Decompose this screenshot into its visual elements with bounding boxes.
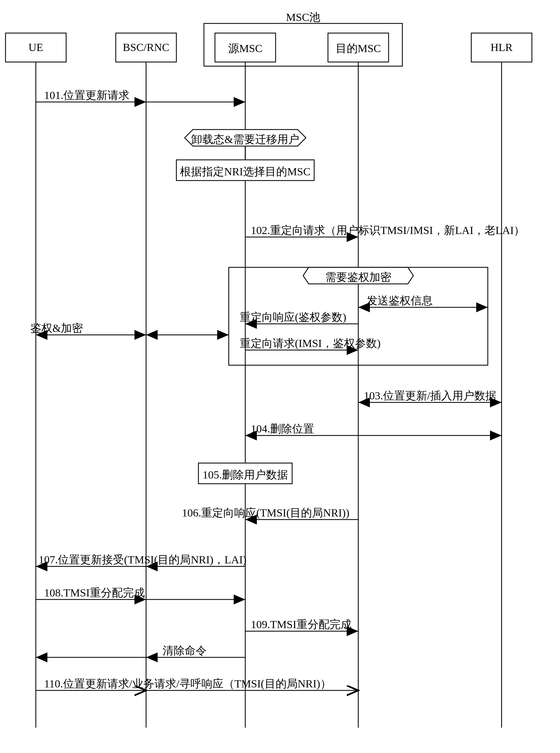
- note-105: 105.删除用户数据: [203, 467, 288, 482]
- actor-ue-label: UE: [28, 41, 43, 54]
- msg-redir-req-imsi: 重定向请求(IMSI，鉴权参数): [240, 336, 381, 351]
- actor-dst-msc-label: 目的MSC: [336, 41, 381, 56]
- msg-106: 106.重定向响应(TMSI(目的局NRI)): [182, 505, 349, 520]
- msg-110: 110.位置更新请求/业务请求/寻呼响应（TMSI(目的局NRI)）: [44, 676, 331, 691]
- msg-send-auth: 发送鉴权信息: [366, 293, 433, 308]
- msg-clear: 清除命令: [163, 643, 207, 658]
- diagram-svg: [0, 0, 560, 753]
- msg-auth-enc: 鉴权&加密: [30, 320, 83, 336]
- sequence-diagram: MSC池 UE BSC/RNC 源MSC 目的MSC HLR 101.位置更新请…: [0, 0, 560, 753]
- pool-label: MSC池: [286, 9, 321, 25]
- msg-109: 109.TMSI重分配完成: [251, 617, 352, 632]
- msg-101: 101.位置更新请求: [44, 88, 129, 103]
- msg-107: 107.位置更新接受(TMSI(目的局NRI)，LAI): [39, 552, 246, 567]
- msg-redir-resp-auth: 重定向响应(鉴权参数): [240, 310, 346, 325]
- note-unload: 卸载态&需要迁移用户: [191, 132, 299, 147]
- note-need-auth: 需要鉴权加密: [325, 270, 391, 285]
- actor-src-msc-label: 源MSC: [228, 41, 263, 56]
- actor-bsc-label: BSC/RNC: [123, 41, 169, 54]
- note-nri: 根据指定NRI选择目的MSC: [180, 164, 310, 179]
- actor-hlr-label: HLR: [491, 41, 513, 54]
- msg-104: 104.删除位置: [251, 421, 314, 436]
- msg-108: 108.TMSI重分配完成: [44, 585, 145, 600]
- msg-102: 102.重定向请求（用户标识TMSI/IMSI，新LAI，老LAI）: [251, 223, 525, 238]
- msg-103: 103.位置更新/插入用户数据: [364, 388, 496, 403]
